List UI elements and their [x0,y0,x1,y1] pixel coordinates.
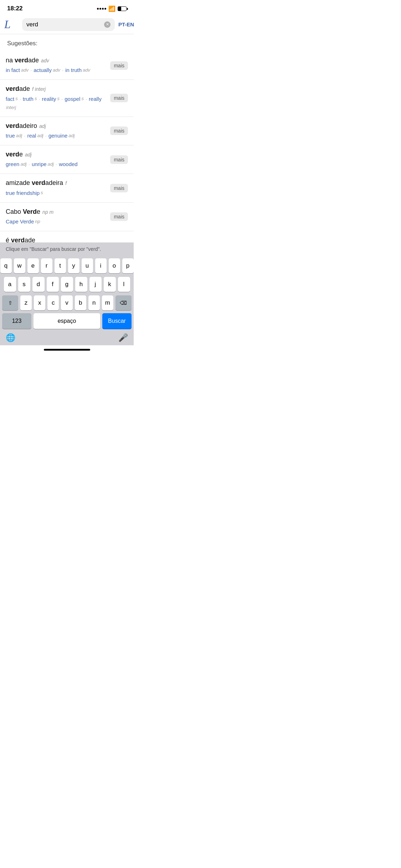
key-j[interactable]: j [89,277,102,292]
key-q[interactable]: q [0,258,12,273]
keyboard-row-3: ⇧ z x c v b n m ⌫ [2,295,132,310]
mais-button-na-verdade[interactable]: mais [110,61,128,70]
key-c[interactable]: c [47,295,59,310]
result-main-text: amizade verdadeiraf [6,179,107,187]
key-u[interactable]: u [82,258,93,273]
result-translations: fact s · truth s · reality s · gospel s … [6,95,107,112]
result-translations: Cape Verde np [6,217,107,226]
key-k[interactable]: k [104,277,116,292]
key-search[interactable]: Buscar [102,313,132,329]
result-item-amizade-verdadeira[interactable]: amizade verdadeiraftrue friendship smais [0,174,134,202]
result-main-text: verdadef interj [6,85,107,93]
key-w[interactable]: w [14,258,25,273]
result-content: verdadef interjfact s · truth s · realit… [6,85,107,111]
mais-button-amizade-verdadeira[interactable]: mais [110,184,128,192]
key-x[interactable]: x [34,295,45,310]
result-translations: true adj · real adj · genuine adj [6,131,107,140]
keyboard-row-2: a s d f g h j k l [2,277,132,292]
key-b[interactable]: b [75,295,86,310]
battery-icon [118,6,127,11]
key-o[interactable]: o [109,258,120,273]
globe-icon[interactable]: 🌐 [6,333,15,342]
result-translations: in fact adv · actually adv · in truth ad… [6,66,107,74]
result-content: verdeadjgreen adj · unripe adj · wooded [6,150,107,169]
keyboard-rows: q w e r t y u i o p a s d f g h j k l ⇧ … [0,255,134,312]
key-t[interactable]: t [55,258,66,273]
result-content: verdadeiroadjtrue adj · real adj · genui… [6,122,107,140]
key-v[interactable]: v [61,295,72,310]
suggestions-label: Sugestões: [0,34,134,51]
result-item-verdadeiro[interactable]: verdadeiroadjtrue adj · real adj · genui… [0,117,134,145]
home-bar [44,349,90,351]
result-main-text: verdadeiroadj [6,122,107,130]
mais-button-verde[interactable]: mais [110,155,128,164]
status-bar: 18:22 📶 [0,0,134,15]
key-d[interactable]: d [32,277,45,292]
key-m[interactable]: m [102,295,113,310]
mais-button-verdade[interactable]: mais [110,94,128,102]
result-item-na-verdade[interactable]: na verdadeadvin fact adv · actually adv … [0,51,134,80]
result-content: Cabo Verdenp mCape Verde np [6,208,107,226]
search-input[interactable] [26,21,102,28]
key-g[interactable]: g [61,277,73,292]
search-hint: Clique em "Buscar" para buscar por "verd… [0,243,134,255]
key-numbers[interactable]: 123 [2,313,31,329]
key-p[interactable]: p [122,258,134,273]
key-delete[interactable]: ⌫ [115,295,132,310]
key-i[interactable]: i [95,258,107,273]
result-item-verde[interactable]: verdeadjgreen adj · unripe adj · woodedm… [0,145,134,174]
app-logo: L [4,18,19,31]
result-item-cabo-verde[interactable]: Cabo Verdenp mCape Verde npmais [0,203,134,231]
search-bar[interactable]: ✕ [22,18,115,31]
clear-button[interactable]: ✕ [104,21,110,28]
result-main-text: Cabo Verdenp m [6,208,107,216]
mais-button-verdadeiro[interactable]: mais [110,126,128,135]
keyboard-extras: 🌐 🎤 [0,331,134,345]
wifi-icon: 📶 [108,5,115,12]
result-item-verdade[interactable]: verdadef interjfact s · truth s · realit… [0,80,134,117]
result-main-text: na verdadeadv [6,56,107,64]
result-translations: true friendship s [6,189,107,197]
results-list: na verdadeadvin fact adv · actually adv … [0,51,134,243]
signal-icon [97,8,106,10]
key-r[interactable]: r [41,258,52,273]
result-main-text: verdeadj [6,150,107,159]
language-toggle[interactable]: PT-EN [118,21,134,27]
result-content: na verdadeadvin fact adv · actually adv … [6,56,107,74]
home-indicator [0,345,134,354]
result-translations: green adj · unripe adj · wooded [6,160,107,169]
mais-button-cabo-verde[interactable]: mais [110,212,128,221]
status-icons: 📶 [97,5,127,12]
key-e[interactable]: e [27,258,39,273]
key-h[interactable]: h [75,277,87,292]
key-space[interactable]: espaço [34,313,100,329]
keyboard-row-1: q w e r t y u i o p [2,258,132,273]
keyboard: q w e r t y u i o p a s d f g h j k l ⇧ … [0,255,134,345]
key-n[interactable]: n [88,295,100,310]
result-content: amizade verdadeiraftrue friendship s [6,179,107,197]
key-a[interactable]: a [4,277,16,292]
key-f[interactable]: f [47,277,59,292]
result-item-partial[interactable]: é verdade [0,231,134,243]
key-l[interactable]: l [118,277,130,292]
key-z[interactable]: z [20,295,32,310]
microphone-icon[interactable]: 🎤 [118,333,128,342]
keyboard-bottom-row: 123 espaço Buscar [0,312,134,331]
key-shift[interactable]: ⇧ [2,295,18,310]
status-time: 18:22 [7,5,22,12]
partial-result-text: é verdade [6,236,35,243]
key-y[interactable]: y [68,258,79,273]
key-s[interactable]: s [18,277,30,292]
header: L ✕ PT-EN [0,15,134,34]
